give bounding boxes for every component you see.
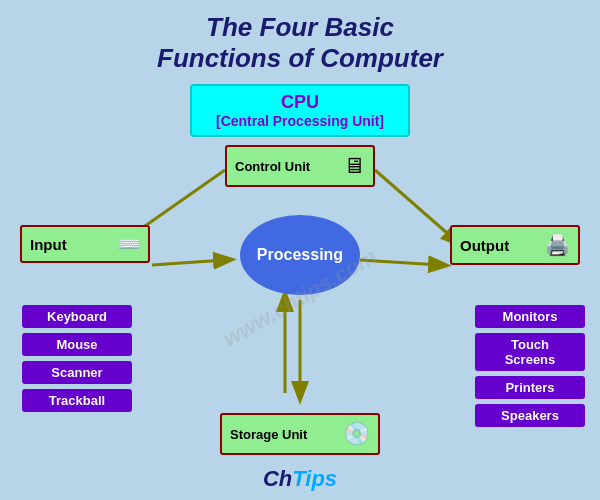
control-unit-icon: 🖥 xyxy=(343,153,365,179)
output-item-speakers: Speakers xyxy=(475,404,585,427)
svg-line-7 xyxy=(360,260,440,265)
svg-line-5 xyxy=(375,170,455,240)
processing-label: Processing xyxy=(257,246,343,264)
footer: ChTips xyxy=(0,466,600,492)
control-unit-box: Control Unit 🖥 xyxy=(225,145,375,187)
output-item-monitors: Monitors xyxy=(475,305,585,328)
input-label: Input xyxy=(30,236,67,253)
keyboard-icon: ⌨️ xyxy=(118,233,140,255)
output-item-printers: Printers xyxy=(475,376,585,399)
output-box: Output 🖨️ xyxy=(450,225,580,265)
cpu-subtitle: [Central Processing Unit] xyxy=(202,113,398,129)
footer-ch: Ch xyxy=(263,466,292,491)
page-title: The Four Basic Functions of Computer xyxy=(0,0,600,74)
footer-tips: Tips xyxy=(292,466,337,491)
storage-unit-box: Storage Unit 💿 xyxy=(220,413,380,455)
input-item-mouse: Mouse xyxy=(22,333,132,356)
cpu-title: CPU xyxy=(202,92,398,113)
output-item-touchscreens: Touch Screens xyxy=(475,333,585,371)
storage-unit-label: Storage Unit xyxy=(230,427,307,442)
cpu-box: CPU [Central Processing Unit] xyxy=(190,84,410,137)
printer-icon: 🖨️ xyxy=(545,233,570,257)
title-line1: The Four Basic xyxy=(0,12,600,43)
processing-box: Processing xyxy=(240,215,360,295)
output-items: Monitors Touch Screens Printers Speakers xyxy=(475,305,585,427)
input-item-keyboard: Keyboard xyxy=(22,305,132,328)
title-line2: Functions of Computer xyxy=(0,43,600,74)
output-label: Output xyxy=(460,237,509,254)
input-item-trackball: Trackball xyxy=(22,389,132,412)
input-items: Keyboard Mouse Scanner Trackball xyxy=(22,305,132,412)
storage-icon: 💿 xyxy=(343,421,370,447)
input-item-scanner: Scanner xyxy=(22,361,132,384)
svg-line-6 xyxy=(152,260,225,265)
control-unit-label: Control Unit xyxy=(235,159,310,174)
input-box: Input ⌨️ xyxy=(20,225,150,263)
